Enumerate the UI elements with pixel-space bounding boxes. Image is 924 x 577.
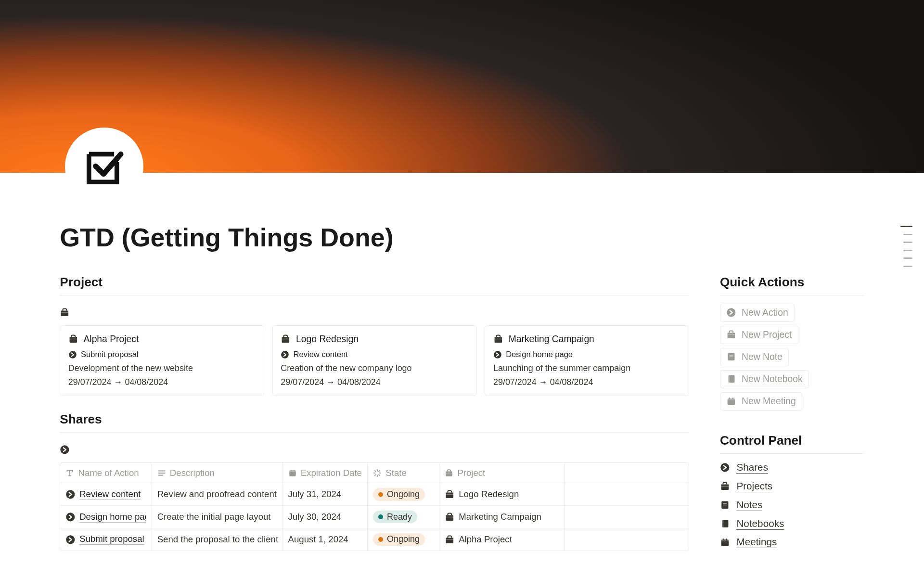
cover-image[interactable] bbox=[0, 0, 924, 173]
table-header-row: Name of Action Description Expiration Da… bbox=[60, 463, 689, 483]
status-badge: Ready bbox=[373, 511, 417, 524]
notebook-icon bbox=[726, 374, 736, 384]
status-icon bbox=[373, 469, 382, 477]
cell-name-text: Submit proposal bbox=[79, 534, 144, 545]
cell-name[interactable]: Submit proposal bbox=[60, 528, 152, 551]
table-row[interactable]: Design home pag Create the initial page … bbox=[60, 506, 689, 528]
cell-description[interactable]: Review and proofread content bbox=[152, 483, 283, 505]
quick-actions-heading[interactable]: Quick Actions bbox=[720, 275, 864, 295]
calendar-icon bbox=[720, 538, 730, 548]
toc-item[interactable] bbox=[903, 257, 912, 259]
quick-action-label: New Project bbox=[742, 330, 792, 340]
toc-item[interactable] bbox=[903, 250, 912, 251]
project-heading[interactable]: Project bbox=[60, 275, 689, 295]
project-card-dates: 29/07/2024 → 04/08/2024 bbox=[68, 377, 256, 387]
arrow-circle-icon bbox=[493, 350, 502, 359]
quick-action-button[interactable]: New Meeting bbox=[720, 392, 802, 410]
briefcase-icon bbox=[281, 334, 291, 344]
toc-item[interactable] bbox=[903, 234, 912, 235]
briefcase-icon bbox=[720, 481, 730, 491]
quick-action-label: New Action bbox=[742, 308, 788, 318]
control-panel-label: Shares bbox=[736, 462, 768, 474]
cell-date-text: August 1, 2024 bbox=[288, 534, 348, 545]
toc-item[interactable] bbox=[903, 242, 912, 243]
cell-project[interactable]: Marketing Campaign bbox=[439, 506, 564, 528]
column-name-label: Name of Action bbox=[78, 468, 139, 478]
quick-action-button[interactable]: New Action bbox=[720, 304, 795, 322]
cell-state[interactable]: Ongoing bbox=[368, 483, 439, 505]
project-card-desc: Launching of the summer campaign bbox=[493, 363, 681, 373]
column-state[interactable]: State bbox=[368, 463, 439, 483]
cell-state[interactable]: Ongoing bbox=[368, 528, 439, 551]
column-name[interactable]: Name of Action bbox=[60, 463, 152, 483]
control-panel-item[interactable]: Shares bbox=[720, 462, 864, 474]
project-card[interactable]: Alpha Project Submit proposal Developmen… bbox=[60, 325, 264, 396]
cell-project-text: Logo Redesign bbox=[459, 489, 519, 500]
briefcase-icon bbox=[60, 308, 70, 318]
cell-project[interactable]: Logo Redesign bbox=[439, 483, 564, 505]
status-badge-text: Ready bbox=[387, 512, 412, 522]
cell-project[interactable]: Alpha Project bbox=[439, 528, 564, 551]
arrow-circle-icon bbox=[60, 445, 70, 455]
project-card-dates: 29/07/2024 → 04/08/2024 bbox=[281, 377, 468, 387]
project-card[interactable]: Marketing Campaign Design home page Laun… bbox=[485, 325, 689, 396]
calendar-icon bbox=[726, 397, 736, 407]
quick-action-button[interactable]: New Note bbox=[720, 348, 789, 366]
cell-name-text: Review content bbox=[79, 489, 141, 500]
column-description[interactable]: Description bbox=[152, 463, 283, 483]
project-card-subtask: Review content bbox=[294, 350, 348, 359]
project-view-tab[interactable] bbox=[60, 304, 689, 326]
shares-heading[interactable]: Shares bbox=[60, 412, 689, 433]
column-expiration-date[interactable]: Expiration Date bbox=[282, 463, 368, 483]
toc-item[interactable] bbox=[900, 226, 912, 227]
table-of-contents[interactable] bbox=[900, 226, 912, 267]
column-project[interactable]: Project bbox=[439, 463, 564, 483]
cell-expiration-date[interactable]: July 30, 2024 bbox=[282, 506, 368, 528]
control-panel-item[interactable]: Notebooks bbox=[720, 518, 864, 530]
control-panel-item[interactable]: Meetings bbox=[720, 536, 864, 548]
cell-empty bbox=[565, 528, 689, 551]
page-icon[interactable] bbox=[65, 128, 143, 206]
page-title[interactable]: GTD (Getting Things Done) bbox=[60, 222, 864, 252]
status-badge: Ongoing bbox=[373, 533, 425, 546]
column-date-label: Expiration Date bbox=[301, 468, 362, 478]
table-row[interactable]: Review content Review and proofread cont… bbox=[60, 483, 689, 506]
arrow-icon bbox=[720, 462, 730, 473]
calendar-icon bbox=[288, 469, 297, 477]
control-panel-heading[interactable]: Control Panel bbox=[720, 433, 864, 454]
project-card-desc: Development of the new website bbox=[68, 363, 256, 373]
notebook-icon bbox=[720, 519, 730, 529]
table-row[interactable]: Submit proposal Send the proposal to the… bbox=[60, 528, 689, 551]
shares-view-tab[interactable] bbox=[60, 441, 689, 463]
cell-expiration-date[interactable]: July 31, 2024 bbox=[282, 483, 368, 505]
cell-project-text: Alpha Project bbox=[459, 534, 512, 545]
quick-action-button[interactable]: New Project bbox=[720, 326, 798, 344]
column-empty bbox=[565, 463, 689, 483]
briefcase-icon bbox=[726, 330, 736, 340]
project-card-title: Logo Redesign bbox=[296, 334, 359, 345]
cell-empty bbox=[565, 506, 689, 528]
project-card[interactable]: Logo Redesign Review content Creation of… bbox=[272, 325, 477, 396]
cell-project-text: Marketing Campaign bbox=[459, 512, 541, 522]
cell-name[interactable]: Review content bbox=[60, 483, 152, 505]
shares-table: Name of Action Description Expiration Da… bbox=[60, 462, 689, 551]
project-card-title: Alpha Project bbox=[83, 334, 139, 345]
cell-name-text: Design home pag bbox=[79, 512, 146, 523]
arrow-circle-icon bbox=[65, 512, 76, 522]
cell-expiration-date[interactable]: August 1, 2024 bbox=[282, 528, 368, 551]
quick-action-label: New Note bbox=[742, 352, 783, 362]
toc-item[interactable] bbox=[903, 266, 912, 267]
arrow-circle-icon bbox=[68, 350, 77, 359]
cell-description[interactable]: Create the initial page layout bbox=[152, 506, 283, 528]
project-card-desc: Creation of the new company logo bbox=[281, 363, 468, 373]
control-panel-item[interactable]: Notes bbox=[720, 499, 864, 511]
control-panel-item[interactable]: Projects bbox=[720, 480, 864, 492]
cell-description[interactable]: Send the proposal to the client bbox=[152, 528, 283, 551]
quick-action-label: New Notebook bbox=[742, 374, 803, 385]
arrow-icon bbox=[726, 308, 736, 318]
status-badge-text: Ongoing bbox=[387, 489, 420, 500]
cell-state[interactable]: Ready bbox=[368, 506, 439, 528]
cell-name[interactable]: Design home pag bbox=[60, 506, 152, 528]
cell-desc-text: Create the initial page layout bbox=[157, 512, 271, 522]
quick-action-button[interactable]: New Notebook bbox=[720, 370, 809, 388]
